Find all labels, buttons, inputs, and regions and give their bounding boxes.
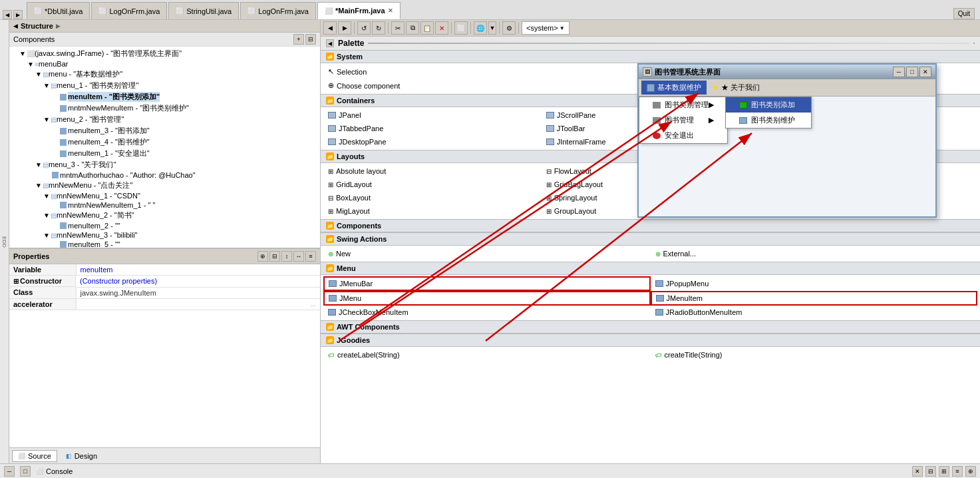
status-icon4[interactable]: ≡ — [952, 466, 963, 477]
toolbar-btn-delete[interactable]: ✕ — [435, 21, 448, 35]
prop-value[interactable]: (Constructor properties) — [76, 276, 320, 288]
palette-item-selection[interactable]: ↖ Selection — [323, 65, 651, 79]
tree-item[interactable]: ▼ ▤ menu_2 - "图书管理" — [11, 114, 319, 125]
prop-key: ⊞ Constructor — [9, 276, 76, 287]
console-tab[interactable]: ⬜ Console — [36, 467, 73, 475]
palette-item-external[interactable]: ⊕ External... — [651, 247, 978, 260]
status-icon2[interactable]: ⊟ — [925, 466, 936, 477]
nav-forward[interactable]: ▶ — [13, 10, 23, 19]
status-maximize[interactable]: □ — [20, 466, 31, 477]
tree-item[interactable]: ▼ ▤ mnNewMenu_1 - "CSDN" — [11, 191, 319, 200]
close-btn[interactable]: ✕ — [919, 67, 931, 77]
tree-item[interactable]: ▼ ⬜ (javax.swing.JFrame) - "图书管理系统主界面" — [11, 48, 319, 59]
palette-item-absolute[interactable]: ⊞ Absolute layout — [323, 164, 542, 178]
palette-item-miglayout[interactable]: ⊞ MigLayout — [323, 204, 542, 218]
toolbar-btn-grid[interactable]: ⬜ — [454, 21, 468, 35]
palette-item-jpanel[interactable]: JPanel — [323, 109, 542, 122]
submenu-item-manage[interactable]: 图书管理 ▶ — [639, 113, 727, 128]
tree-item[interactable]: menuItem_2 - "" — [11, 221, 319, 230]
palette-collapse[interactable]: ◀ — [326, 39, 334, 47]
submenu2-item-maintain[interactable]: 图书类别维护 — [726, 113, 811, 128]
toolbar-btn-copy[interactable]: ⧉ — [406, 21, 419, 35]
tree-container[interactable]: ▼ ⬜ (javax.swing.JFrame) - "图书管理系统主界面" ▼… — [9, 47, 320, 248]
palette-item-createtitle[interactable]: 🏷 createTitle(String) — [651, 348, 978, 361]
palette-item-jdesktoppane[interactable]: JDesktopPane — [323, 135, 542, 148]
tree-item[interactable]: ▼ ▤ mnNewMenu_3 - "bilibili" — [11, 230, 319, 240]
tab-close-icon[interactable]: ✕ — [388, 7, 393, 14]
tab-stringutil[interactable]: ⬜ StringUtil.java — [168, 2, 239, 19]
prop-value[interactable]: menuItem — [76, 264, 320, 276]
palette-item-jcheckboxmenuitem[interactable]: JCheckBoxMenuItem — [323, 306, 651, 319]
tree-item[interactable]: ▼ ▤ menu_3 - "关于我们" — [11, 159, 319, 170]
system-dropdown[interactable]: <system> ▼ — [522, 21, 570, 35]
props-btn1[interactable]: ⊕ — [257, 251, 268, 262]
preview-menu-basic[interactable]: 基本数据维护 — [641, 81, 707, 95]
palette-item-jpopupmenu[interactable]: JPopupMenu — [651, 276, 978, 291]
properties-header: Properties ⊕ ⊟ ↕ ↔ ≡ — [9, 249, 320, 264]
boxlayout-icon: ⊟ — [328, 194, 333, 202]
palette-item-jmenu[interactable]: JMenu — [323, 291, 651, 306]
palette-item-jradiobuttonmenuitem[interactable]: JRadioButtonMenuItem — [651, 306, 978, 319]
jmenuitem-icon — [656, 295, 664, 302]
jpanel-icon — [328, 112, 336, 119]
toolbar-btn-paste[interactable]: 📋 — [420, 21, 434, 35]
minimize-btn[interactable]: ─ — [893, 67, 905, 77]
props-btn4[interactable]: ↔ — [293, 251, 304, 262]
palette-item-choose[interactable]: ⊕ Choose component — [323, 79, 651, 93]
palette-item-gridlayout[interactable]: ⊞ GridLayout — [323, 178, 542, 191]
toolbar-btn-redo[interactable]: ↻ — [372, 21, 385, 35]
tab-mainfrm[interactable]: ⬜ *MainFrm.java ✕ — [317, 2, 401, 19]
tree-item[interactable]: menuItem_4 - "图书维护" — [11, 136, 319, 148]
tree-item[interactable]: ▼ ▤ mnNewMenu - "点击关注" — [11, 180, 319, 191]
source-tab[interactable]: ⬜ Source — [12, 450, 57, 462]
toolbar-btn-web[interactable]: 🌐 — [474, 21, 487, 35]
preview-menu-about[interactable]: ★ ★ 关于我们 — [707, 81, 765, 95]
tree-item[interactable]: ▼ ▤ menu_1 - "图书类别管理" — [11, 80, 319, 91]
status-icon3[interactable]: ⊞ — [939, 466, 949, 477]
tree-item[interactable]: ▼ ≡ menuBar — [11, 59, 319, 69]
submenu-item-exit[interactable]: 安全退出 — [639, 128, 727, 143]
tree-item[interactable]: menuItem_5 - "" — [11, 240, 319, 248]
maximize-btn[interactable]: □ — [906, 67, 918, 77]
toolbar-btn-webdrop[interactable]: ▼ — [488, 21, 496, 35]
design-tab[interactable]: ◧ Design — [60, 450, 103, 462]
tree-item[interactable]: mntmNewMenuItem - "图书类别维护" — [11, 103, 319, 114]
status-icon1[interactable]: ✕ — [912, 466, 923, 477]
tree-item[interactable]: menuItem_1 - "安全退出" — [11, 148, 319, 159]
toolbar-btn-cut[interactable]: ✂ — [391, 21, 405, 35]
nav-back[interactable]: ◀ — [3, 10, 12, 19]
tree-item[interactable]: ▼ ▤ menu - "基本数据维护" — [11, 69, 319, 80]
toolbar-btn-undo[interactable]: ↺ — [357, 21, 371, 35]
properties-scroll[interactable]: Variable menuItem ⊞ Constructor (Constru… — [9, 264, 320, 447]
tree-item[interactable]: mntmAuthorhuchao - "Author: @HuChao" — [11, 170, 319, 180]
submenu2-item-add[interactable]: 图书类别添加 — [726, 97, 811, 113]
submenu-item-category[interactable]: 图书类别管理 ▶ — [639, 97, 727, 113]
props-btn5[interactable]: ≡ — [305, 251, 316, 262]
toolbar-btn-forward[interactable]: ▶ — [338, 21, 351, 35]
palette-item-new[interactable]: ⊕ New — [323, 247, 651, 260]
tree-item[interactable]: menuItem - "图书类别添加" — [11, 91, 319, 103]
tree-item[interactable]: ▼ ▤ mnNewMenu_2 - "简书" — [11, 210, 319, 221]
components-add-btn[interactable]: + — [293, 34, 304, 45]
tree-item[interactable]: menuItem_3 - "图书添加" — [11, 125, 319, 136]
toolbar-btn-back[interactable]: ◀ — [323, 21, 337, 35]
palette-item-createlabel[interactable]: 🏷 createLabel(String) — [323, 348, 651, 361]
quit-button[interactable]: Quit — [953, 8, 975, 19]
prop-value[interactable]: ... — [76, 298, 320, 310]
components-btn2[interactable]: ⊟ — [305, 34, 316, 45]
palette-item-jmenubar[interactable]: JMenuBar — [323, 276, 651, 291]
ellipsis-btn[interactable]: ... — [311, 301, 316, 308]
structure-collapse[interactable]: ◀ — [13, 23, 18, 29]
status-icon5[interactable]: ⊕ — [965, 466, 976, 477]
tab-dbutil[interactable]: ⬜ *DbUtil.java — [27, 2, 90, 19]
status-minimize[interactable]: ─ — [4, 466, 15, 477]
palette-item-jmenuitem[interactable]: JMenuItem — [651, 291, 978, 306]
tab-logonfrm[interactable]: ⬜ LogOnFrm.java — [91, 2, 167, 19]
props-btn2[interactable]: ⊟ — [269, 251, 280, 262]
tree-item[interactable]: mntmNewMenuItem_1 - " " — [11, 200, 319, 210]
palette-item-jtabbedpane[interactable]: JTabbedPane — [323, 122, 542, 135]
toolbar-btn-settings[interactable]: ⚙ — [502, 21, 516, 35]
props-btn3[interactable]: ↕ — [281, 251, 292, 262]
palette-item-boxlayout[interactable]: ⊟ BoxLayout — [323, 191, 542, 204]
tab-logonfrm2[interactable]: ⬜ LogOnFrm.java — [240, 2, 316, 19]
